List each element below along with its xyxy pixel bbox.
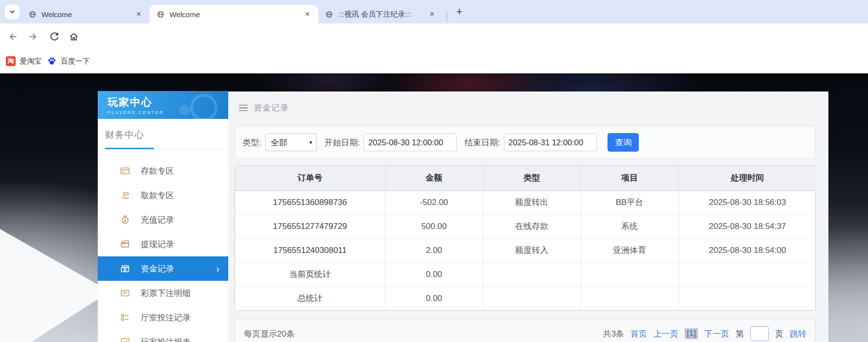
ticket-list-icon	[120, 288, 130, 298]
sidebar-header: 玩家中心 PLAYERS CENTER	[98, 91, 228, 119]
bookmark-taobao[interactable]: 淘 爱淘宝	[6, 55, 42, 68]
cell-type: 额度转入	[483, 238, 581, 262]
sidebar-item-label: 存款专区	[141, 165, 174, 177]
cell-amount: -502.00	[385, 190, 483, 214]
sidebar-item-recharge-record[interactable]: 充值记录	[98, 207, 228, 232]
cell-order: 1756551360898736	[235, 190, 385, 214]
new-tab-button[interactable]: +	[453, 5, 466, 19]
table-row: 1756551240308011 2.00 额度转入 亚洲体育 2025-08-…	[235, 238, 816, 262]
sidebar-item-lottery-bet-detail[interactable]: 彩票下注明细	[98, 281, 228, 305]
back-arrow-icon	[8, 31, 19, 42]
section-title: 财务中心	[105, 129, 228, 141]
pagination-controls: 共3条 首页 上一页 [1] 下一页 第 页 跳转	[603, 326, 806, 341]
prev-page-link[interactable]: 上一页	[653, 328, 678, 340]
col-header-time: 处理时间	[678, 166, 816, 190]
sidebar-subtitle: PLAYERS CENTER	[108, 110, 228, 115]
table-row: 1756551360898736 -502.00 额度转出 BB平台 2025-…	[235, 190, 816, 214]
col-header-type: 类型	[483, 166, 581, 190]
col-header-amount: 金额	[385, 166, 483, 190]
current-page-indicator: [1]	[685, 328, 698, 339]
tab-separator	[447, 12, 447, 22]
reload-icon	[49, 31, 60, 42]
taobao-icon: 淘	[6, 56, 16, 66]
reload-button[interactable]	[47, 29, 62, 44]
sidebar-item-deposit-zone[interactable]: 存款专区	[98, 159, 228, 183]
sidebar-item-funds-record[interactable]: 资金记录 ›	[98, 256, 228, 281]
sidebar-section: 财务中心	[98, 119, 228, 149]
cell-grand-total-amount: 0.00	[385, 286, 483, 310]
browser-window: Welcome × Welcome × :::视讯 会员下注纪录::: × +	[0, 0, 868, 342]
total-count: 共3条	[603, 328, 624, 340]
chevron-right-icon: ›	[216, 264, 219, 274]
cell-time: 2025-08-30 18:56:03	[678, 190, 816, 214]
bookmark-label: 爱淘宝	[20, 57, 42, 66]
page-jump-input[interactable]	[750, 326, 769, 341]
cell-amount: 2.00	[385, 238, 483, 262]
list-squares-icon	[120, 313, 130, 322]
sidebar-item-withdraw-zone[interactable]: 取款专区	[98, 183, 228, 207]
cell-empty	[483, 262, 581, 286]
type-label: 类型:	[242, 137, 261, 148]
end-date-label: 结束日期:	[464, 137, 500, 148]
cell-empty	[581, 262, 678, 286]
end-date-input[interactable]	[504, 134, 597, 151]
cell-time: 2025-08-30 18:54:00	[678, 238, 816, 262]
page-title: 资金记录	[254, 102, 289, 114]
cell-page-total-amount: 0.00	[385, 262, 483, 286]
sidebar-item-room-bet-record[interactable]: 厅室投注记录	[98, 305, 228, 330]
player-center-sidebar: 玩家中心 PLAYERS CENTER 财务中心 存款专区	[98, 91, 228, 342]
sidebar-item-player-bet-report[interactable]: 玩家投注报表	[98, 330, 228, 342]
next-page-link[interactable]: 下一页	[704, 328, 729, 340]
forward-button[interactable]	[25, 29, 40, 44]
tab-title: Welcome	[170, 10, 303, 19]
per-page-label: 每页显示20条	[244, 328, 295, 340]
cell-grand-total-label: 总统计	[235, 286, 385, 310]
sidebar-item-label: 彩票下注明细	[141, 288, 191, 299]
browser-tab-2-active[interactable]: Welcome ×	[150, 5, 318, 23]
globe-icon	[325, 10, 333, 19]
globe-icon	[156, 10, 165, 19]
sidebar-item-label: 提现记录	[141, 239, 174, 250]
banknotes-icon	[120, 264, 130, 274]
sidebar-menu: 存款专区 取款专区 充值记录	[98, 159, 228, 342]
jump-suffix-label: 页	[775, 328, 783, 340]
bookmark-baidu[interactable]: 百度一下	[47, 55, 90, 68]
cell-time: 2025-08-30 18:54:37	[678, 214, 816, 238]
sidebar-item-withdrawal-record[interactable]: 提现记录	[98, 232, 228, 256]
jump-action-link[interactable]: 跳转	[790, 328, 806, 340]
back-button[interactable]	[6, 29, 21, 44]
sidebar-item-label: 玩家投注报表	[141, 337, 191, 342]
hamburger-icon	[239, 105, 248, 112]
first-page-link[interactable]: 首页	[630, 328, 647, 340]
sidebar-item-label: 资金记录	[141, 263, 174, 274]
browser-tab-1[interactable]: Welcome ×	[22, 5, 150, 23]
wallet-cards-icon	[120, 239, 130, 249]
tab-close-icon[interactable]: ×	[427, 9, 437, 19]
cell-project: 亚洲体育	[581, 238, 678, 262]
cell-project: 系统	[581, 214, 678, 238]
panel-header: 资金记录	[228, 91, 828, 114]
type-select[interactable]: 全部 ▾	[265, 134, 317, 151]
tab-title: Welcome	[42, 10, 134, 19]
bookmark-label: 百度一下	[61, 57, 90, 66]
funds-table: 订单号 金额 类型 项目 处理时间 1756551360898736 -502.…	[235, 165, 816, 311]
sidebar-item-label: 取款专区	[141, 190, 174, 201]
cell-amount: 500.00	[385, 214, 483, 238]
cell-empty	[483, 286, 581, 310]
section-divider	[105, 148, 228, 149]
table-row-page-total: 当前页统计 0.00	[235, 262, 816, 286]
tab-close-icon[interactable]: ×	[134, 9, 144, 19]
tab-search-button[interactable]	[5, 4, 20, 19]
table-row-grand-total: 总统计 0.00	[235, 286, 816, 310]
chevron-down-icon	[8, 8, 16, 16]
search-button[interactable]: 查询	[608, 133, 639, 152]
start-date-input[interactable]	[364, 134, 456, 151]
report-chart-icon	[120, 337, 130, 342]
browser-tab-3[interactable]: :::视讯 会员下注纪录::: ×	[318, 5, 443, 23]
home-button[interactable]	[66, 29, 81, 44]
cell-empty	[678, 262, 816, 286]
tab-close-icon[interactable]: ×	[303, 9, 312, 19]
page-content: 玩家中心 PLAYERS CENTER 财务中心 存款专区	[0, 73, 868, 342]
deposit-card-icon	[120, 166, 130, 176]
col-header-project: 项目	[581, 166, 678, 190]
